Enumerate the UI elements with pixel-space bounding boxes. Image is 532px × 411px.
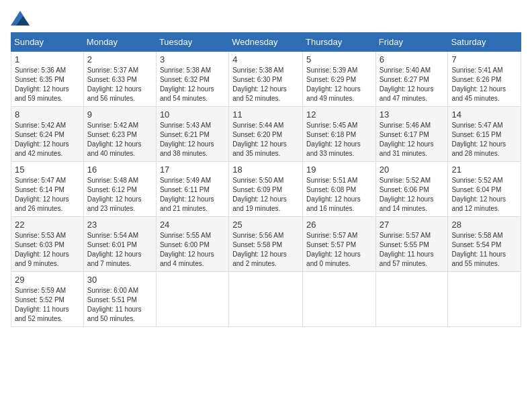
day-info: Sunrise: 5:40 AM Sunset: 6:27 PM Dayligh… xyxy=(380,66,445,103)
day-cell-4: 4Sunrise: 5:38 AM Sunset: 6:30 PM Daylig… xyxy=(229,52,303,107)
day-number: 19 xyxy=(306,165,372,175)
day-info: Sunrise: 5:49 AM Sunset: 6:11 PM Dayligh… xyxy=(160,176,225,214)
day-number: 14 xyxy=(451,109,517,120)
day-cell-9: 9Sunrise: 5:42 AM Sunset: 6:23 PM Daylig… xyxy=(83,107,156,162)
day-number: 25 xyxy=(232,220,299,230)
header-day-wednesday: Wednesday xyxy=(229,33,303,52)
day-cell-22: 22Sunrise: 5:53 AM Sunset: 6:03 PM Dayli… xyxy=(11,217,84,272)
day-info: Sunrise: 5:36 AM Sunset: 6:35 PM Dayligh… xyxy=(15,66,80,103)
header-day-friday: Friday xyxy=(375,33,448,52)
day-info: Sunrise: 5:52 AM Sunset: 6:06 PM Dayligh… xyxy=(380,176,445,214)
day-number: 10 xyxy=(160,109,225,120)
day-number: 30 xyxy=(87,275,152,285)
day-info: Sunrise: 5:59 AM Sunset: 5:52 PM Dayligh… xyxy=(15,286,80,324)
day-cell-20: 20Sunrise: 5:52 AM Sunset: 6:06 PM Dayli… xyxy=(375,162,448,217)
header-day-thursday: Thursday xyxy=(303,33,376,52)
day-number: 11 xyxy=(232,109,299,120)
day-info: Sunrise: 5:57 AM Sunset: 5:57 PM Dayligh… xyxy=(306,231,372,269)
day-number: 27 xyxy=(380,220,445,230)
day-cell-14: 14Sunrise: 5:47 AM Sunset: 6:15 PM Dayli… xyxy=(448,107,521,162)
empty-cell xyxy=(156,272,228,327)
day-info: Sunrise: 5:41 AM Sunset: 6:26 PM Dayligh… xyxy=(451,66,517,103)
day-cell-6: 6Sunrise: 5:40 AM Sunset: 6:27 PM Daylig… xyxy=(375,52,448,107)
day-info: Sunrise: 5:38 AM Sunset: 6:30 PM Dayligh… xyxy=(232,66,299,103)
day-number: 7 xyxy=(451,54,517,64)
day-cell-15: 15Sunrise: 5:47 AM Sunset: 6:14 PM Dayli… xyxy=(11,162,84,217)
day-cell-8: 8Sunrise: 5:42 AM Sunset: 6:24 PM Daylig… xyxy=(11,107,84,162)
day-number: 16 xyxy=(87,165,152,175)
empty-cell xyxy=(229,272,303,327)
day-number: 6 xyxy=(380,54,445,64)
day-info: Sunrise: 5:53 AM Sunset: 6:03 PM Dayligh… xyxy=(15,231,80,269)
day-cell-29: 29Sunrise: 5:59 AM Sunset: 5:52 PM Dayli… xyxy=(11,272,84,327)
header-day-saturday: Saturday xyxy=(448,33,521,52)
day-number: 4 xyxy=(232,54,299,64)
day-cell-17: 17Sunrise: 5:49 AM Sunset: 6:11 PM Dayli… xyxy=(156,162,228,217)
day-number: 20 xyxy=(380,165,445,175)
week-row-5: 29Sunrise: 5:59 AM Sunset: 5:52 PM Dayli… xyxy=(11,272,521,327)
day-cell-1: 1Sunrise: 5:36 AM Sunset: 6:35 PM Daylig… xyxy=(11,52,84,107)
week-row-2: 8Sunrise: 5:42 AM Sunset: 6:24 PM Daylig… xyxy=(11,107,521,162)
day-cell-7: 7Sunrise: 5:41 AM Sunset: 6:26 PM Daylig… xyxy=(448,52,521,107)
empty-cell xyxy=(448,272,521,327)
empty-cell xyxy=(303,272,376,327)
day-cell-18: 18Sunrise: 5:50 AM Sunset: 6:09 PM Dayli… xyxy=(229,162,303,217)
day-number: 21 xyxy=(451,165,517,175)
week-row-3: 15Sunrise: 5:47 AM Sunset: 6:14 PM Dayli… xyxy=(11,162,521,217)
header-day-sunday: Sunday xyxy=(11,33,84,52)
week-row-1: 1Sunrise: 5:36 AM Sunset: 6:35 PM Daylig… xyxy=(11,52,521,107)
header xyxy=(11,11,521,26)
day-number: 23 xyxy=(87,220,152,230)
day-cell-5: 5Sunrise: 5:39 AM Sunset: 6:29 PM Daylig… xyxy=(303,52,376,107)
week-row-4: 22Sunrise: 5:53 AM Sunset: 6:03 PM Dayli… xyxy=(11,217,521,272)
day-number: 1 xyxy=(15,54,80,64)
day-info: Sunrise: 5:57 AM Sunset: 5:55 PM Dayligh… xyxy=(380,231,445,269)
calendar-table: SundayMondayTuesdayWednesdayThursdayFrid… xyxy=(11,32,521,327)
day-number: 3 xyxy=(160,54,225,64)
day-number: 5 xyxy=(306,54,372,64)
day-cell-3: 3Sunrise: 5:38 AM Sunset: 6:32 PM Daylig… xyxy=(156,52,228,107)
day-cell-12: 12Sunrise: 5:45 AM Sunset: 6:18 PM Dayli… xyxy=(303,107,376,162)
day-info: Sunrise: 5:55 AM Sunset: 6:00 PM Dayligh… xyxy=(160,231,225,269)
day-info: Sunrise: 5:47 AM Sunset: 6:14 PM Dayligh… xyxy=(15,176,80,214)
logo xyxy=(11,11,32,26)
day-cell-30: 30Sunrise: 6:00 AM Sunset: 5:51 PM Dayli… xyxy=(83,272,156,327)
day-number: 12 xyxy=(306,109,372,120)
day-cell-16: 16Sunrise: 5:48 AM Sunset: 6:12 PM Dayli… xyxy=(83,162,156,217)
day-number: 22 xyxy=(15,220,80,230)
day-info: Sunrise: 5:47 AM Sunset: 6:15 PM Dayligh… xyxy=(451,121,517,158)
header-day-monday: Monday xyxy=(83,33,156,52)
day-info: Sunrise: 5:39 AM Sunset: 6:29 PM Dayligh… xyxy=(306,66,372,103)
day-cell-25: 25Sunrise: 5:56 AM Sunset: 5:58 PM Dayli… xyxy=(229,217,303,272)
day-cell-27: 27Sunrise: 5:57 AM Sunset: 5:55 PM Dayli… xyxy=(375,217,448,272)
day-info: Sunrise: 5:48 AM Sunset: 6:12 PM Dayligh… xyxy=(87,176,152,214)
day-number: 15 xyxy=(15,165,80,175)
day-info: Sunrise: 5:46 AM Sunset: 6:17 PM Dayligh… xyxy=(380,121,445,158)
header-day-tuesday: Tuesday xyxy=(156,33,228,52)
day-cell-26: 26Sunrise: 5:57 AM Sunset: 5:57 PM Dayli… xyxy=(303,217,376,272)
day-info: Sunrise: 5:42 AM Sunset: 6:23 PM Dayligh… xyxy=(87,121,152,158)
day-number: 9 xyxy=(87,109,152,120)
day-number: 28 xyxy=(451,220,517,230)
day-cell-19: 19Sunrise: 5:51 AM Sunset: 6:08 PM Dayli… xyxy=(303,162,376,217)
day-number: 13 xyxy=(380,109,445,120)
day-number: 18 xyxy=(232,165,299,175)
day-cell-10: 10Sunrise: 5:43 AM Sunset: 6:21 PM Dayli… xyxy=(156,107,228,162)
day-cell-23: 23Sunrise: 5:54 AM Sunset: 6:01 PM Dayli… xyxy=(83,217,156,272)
day-number: 2 xyxy=(87,54,152,64)
day-cell-21: 21Sunrise: 5:52 AM Sunset: 6:04 PM Dayli… xyxy=(448,162,521,217)
day-info: Sunrise: 5:50 AM Sunset: 6:09 PM Dayligh… xyxy=(232,176,299,214)
day-info: Sunrise: 5:51 AM Sunset: 6:08 PM Dayligh… xyxy=(306,176,372,214)
day-number: 8 xyxy=(15,109,80,120)
day-number: 17 xyxy=(160,165,225,175)
day-info: Sunrise: 5:42 AM Sunset: 6:24 PM Dayligh… xyxy=(15,121,80,158)
logo-icon xyxy=(11,11,30,26)
day-info: Sunrise: 5:43 AM Sunset: 6:21 PM Dayligh… xyxy=(160,121,225,158)
day-cell-28: 28Sunrise: 5:58 AM Sunset: 5:54 PM Dayli… xyxy=(448,217,521,272)
day-info: Sunrise: 5:44 AM Sunset: 6:20 PM Dayligh… xyxy=(232,121,299,158)
day-number: 29 xyxy=(15,275,80,285)
day-cell-24: 24Sunrise: 5:55 AM Sunset: 6:00 PM Dayli… xyxy=(156,217,228,272)
header-row: SundayMondayTuesdayWednesdayThursdayFrid… xyxy=(11,33,521,52)
day-info: Sunrise: 5:37 AM Sunset: 6:33 PM Dayligh… xyxy=(87,66,152,103)
day-number: 24 xyxy=(160,220,225,230)
